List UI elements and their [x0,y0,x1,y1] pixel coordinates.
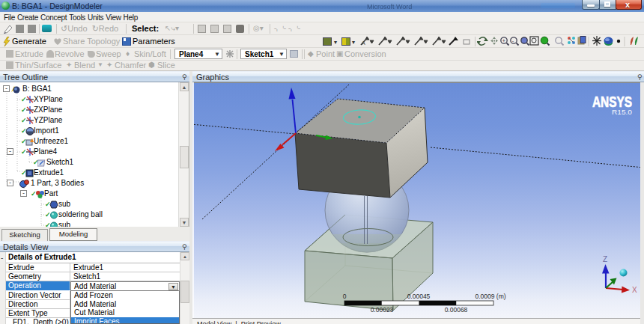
svg-text:R15.0: R15.0 [612,108,632,116]
svg-text:0.0009 (m): 0.0009 (m) [475,293,505,300]
svg-text:0: 0 [343,293,347,300]
svg-text:0.00023: 0.00023 [371,306,394,314]
svg-text:Z: Z [603,255,607,263]
svg-text:A: A [362,40,365,46]
svg-text:0.00068: 0.00068 [445,306,468,314]
svg-text:0.00045: 0.00045 [407,293,431,300]
svg-text:X: X [632,286,637,294]
svg-text:+: + [502,38,505,43]
svg-text:ANSYS: ANSYS [592,94,632,110]
svg-text:-: - [512,38,514,43]
